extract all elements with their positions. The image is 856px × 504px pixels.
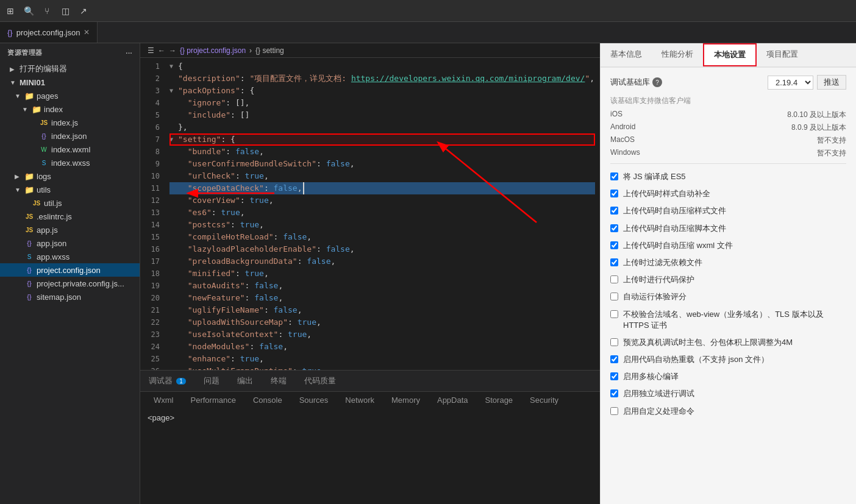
sidebar-item-index-wxss[interactable]: S index.wxss — [0, 156, 140, 169]
project-config-label: project.config.json — [37, 266, 135, 275]
bottom-tab-code-quality[interactable]: 代码质量 — [296, 371, 345, 391]
ios-value: 8.0.10 及以上版本 — [787, 110, 846, 120]
devtools-tab-memory[interactable]: Memory — [383, 392, 429, 408]
push-button[interactable]: 推送 — [817, 75, 846, 90]
breadcrumb-menu-icon[interactable]: ☰ — [148, 46, 154, 55]
top-toolbar: ⊞ 🔍 ⑂ ◫ ↗ — [0, 0, 856, 22]
devtools-tab-wxml[interactable]: Wxml — [145, 392, 182, 408]
right-tab-project-config[interactable]: 项目配置 — [757, 43, 808, 66]
bottom-tabs: 调试器 1 问题 编出 终端 代码质量 — [140, 371, 600, 392]
checkbox-compress-style[interactable] — [610, 207, 618, 215]
code-line-5: "include": [] — [169, 109, 595, 121]
sidebar-title: 资源管理器 — [7, 48, 43, 57]
open-editor-label: 打开的编辑器 — [20, 63, 67, 74]
devtools-tab-storage[interactable]: Storage — [477, 392, 522, 408]
index-wxml-label: index.wxml — [51, 145, 135, 154]
checkbox-compress-wxml[interactable] — [610, 241, 618, 249]
toolbar-icons: ⊞ 🔍 ⑂ ◫ ↗ — [5, 5, 89, 16]
sidebar-item-mini01[interactable]: ▼ MINI01 — [0, 76, 140, 89]
checkbox-filter-deps[interactable] — [610, 258, 618, 266]
sidebar-item-project-config[interactable]: {} project.config.json — [0, 263, 140, 277]
checkbox-ux-score[interactable] — [610, 293, 618, 300]
chevron-icon: ▼ — [22, 106, 29, 113]
sidebar-item-utils[interactable]: ▼ 📁 utils — [0, 183, 140, 196]
code-line-16: "lazyloadPlaceholderEnable": false, — [169, 243, 595, 255]
debugger-badge: 1 — [176, 378, 186, 385]
sidebar-item-index-folder[interactable]: ▼ 📁 index — [0, 102, 140, 116]
checkbox-item-filter-deps: 上传时过滤无依赖文件 — [610, 257, 846, 268]
index-wxss-label: index.wxss — [51, 158, 135, 168]
search-icon[interactable]: 🔍 — [23, 5, 34, 16]
checkbox-style-complete[interactable] — [610, 190, 618, 197]
app-js-label: app.js — [37, 225, 135, 235]
right-tabs: 基本信息 性能分析 本地设置 项目配置 — [601, 43, 856, 68]
sidebar-item-app-json[interactable]: {} app.json — [0, 236, 140, 250]
sidebar-item-project-private[interactable]: {} project.private.config.js... — [0, 277, 140, 290]
checkbox-item-size-limit: 预览及真机调试时主包、分包体积上限调整为4M — [610, 337, 846, 348]
bottom-tab-issues[interactable]: 问题 — [195, 371, 229, 391]
checkbox-item-es5: 将 JS 编译成 ES5 — [610, 171, 846, 182]
devtools-tab-console[interactable]: Console — [244, 392, 291, 408]
sidebar-item-app-js[interactable]: JS app.js — [0, 223, 140, 236]
checkbox-isolated-domain[interactable] — [610, 389, 618, 397]
checkbox-size-limit[interactable] — [610, 338, 618, 346]
source-control-icon[interactable]: ⑂ — [41, 5, 52, 16]
cb-compress-style-label: 上传代码时自动压缩样式文件 — [623, 205, 726, 216]
code-line-9: "userConfirmedBundleSwitch": false, — [169, 158, 595, 170]
eslintrc-label: .eslintrc.js — [37, 212, 135, 221]
sidebar-item-open-editor[interactable]: ▶ 打开的编辑器 — [0, 62, 140, 76]
bottom-tab-output[interactable]: 编出 — [229, 371, 262, 391]
sidebar-item-logs[interactable]: ▶ 📁 logs — [0, 169, 140, 183]
windows-label: Windows — [610, 148, 640, 158]
version-dropdown[interactable]: 2.19.4 — [768, 76, 813, 90]
editor-breadcrumb: ☰ ← → {} project.config.json › {} settin… — [140, 43, 600, 58]
sidebar-item-util-js[interactable]: JS util.js — [0, 196, 140, 210]
grid-icon[interactable]: ⊞ — [5, 5, 16, 16]
bottom-tab-terminal[interactable]: 终端 — [262, 371, 296, 391]
sidebar-item-sitemap[interactable]: {} sitemap.json — [0, 290, 140, 303]
remote-icon[interactable]: ↗ — [78, 5, 89, 16]
tab-project-config[interactable]: {} project.config.json ✕ — [0, 22, 98, 43]
windows-value: 暂不支持 — [817, 148, 846, 158]
sidebar-item-eslintrc[interactable]: JS .eslintrc.js — [0, 210, 140, 223]
index-folder-label: index — [44, 105, 135, 114]
json-icon: {} — [24, 279, 34, 288]
code-line-3: ▼"packOptions": { — [169, 85, 595, 97]
sidebar-item-app-wxss[interactable]: S app.wxss — [0, 250, 140, 263]
editor-content[interactable]: 12345 678910 1112131415 1617181920 21222… — [140, 58, 600, 370]
checkbox-domain-check[interactable] — [610, 310, 618, 318]
cb-filter-deps-label: 上传时过滤无依赖文件 — [623, 257, 702, 268]
more-icon[interactable]: ··· — [126, 49, 132, 57]
breadcrumb-back-icon[interactable]: ← — [158, 46, 165, 55]
devtools-tab-network[interactable]: Network — [337, 392, 383, 408]
sidebar-item-index-json[interactable]: {} index.json — [0, 129, 140, 143]
extensions-icon[interactable]: ◫ — [60, 5, 71, 16]
code-line-14: "postcss": true, — [169, 219, 595, 231]
tab-close-icon[interactable]: ✕ — [84, 28, 90, 37]
sidebar-item-pages[interactable]: ▼ 📁 pages — [0, 89, 140, 102]
right-tab-local-settings[interactable]: 本地设置 — [703, 43, 757, 66]
devtools-tab-security[interactable]: Security — [521, 392, 567, 408]
right-tab-basic-info[interactable]: 基本信息 — [601, 43, 652, 66]
code-line-26: "useMultiFrameRuntime": true, — [169, 365, 595, 370]
devtools-tab-performance[interactable]: Performance — [182, 392, 244, 408]
tab-bar: {} project.config.json ✕ — [0, 22, 856, 43]
sidebar-item-index-js[interactable]: JS index.js — [0, 116, 140, 129]
checkbox-hot-reload[interactable] — [610, 355, 618, 363]
sidebar-item-index-wxml[interactable]: W index.wxml — [0, 143, 140, 156]
checkbox-multi-core[interactable] — [610, 372, 618, 380]
help-icon[interactable]: ? — [652, 77, 662, 87]
bottom-tab-debugger[interactable]: 调试器 1 — [140, 371, 195, 391]
right-tab-performance[interactable]: 性能分析 — [652, 43, 703, 66]
index-js-label: index.js — [51, 118, 135, 127]
index-json-label: index.json — [51, 132, 135, 141]
checkbox-protect-code[interactable] — [610, 275, 618, 283]
checkbox-compress-script[interactable] — [610, 224, 618, 232]
checkbox-es5[interactable] — [610, 172, 618, 180]
checkbox-custom-handler[interactable] — [610, 407, 618, 415]
sidebar-header: 资源管理器 ··· — [0, 43, 140, 62]
devtools-tab-sources[interactable]: Sources — [291, 392, 337, 408]
json-icon: {} — [24, 292, 34, 302]
devtools-tab-appdata[interactable]: AppData — [429, 392, 477, 408]
breadcrumb-forward-icon[interactable]: → — [169, 46, 176, 55]
